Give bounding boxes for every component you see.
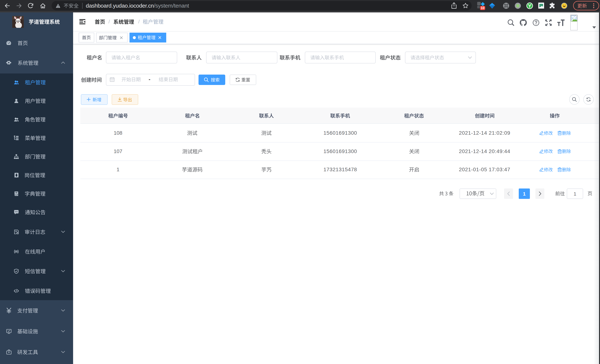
svg-text:10: 10 bbox=[481, 6, 484, 10]
